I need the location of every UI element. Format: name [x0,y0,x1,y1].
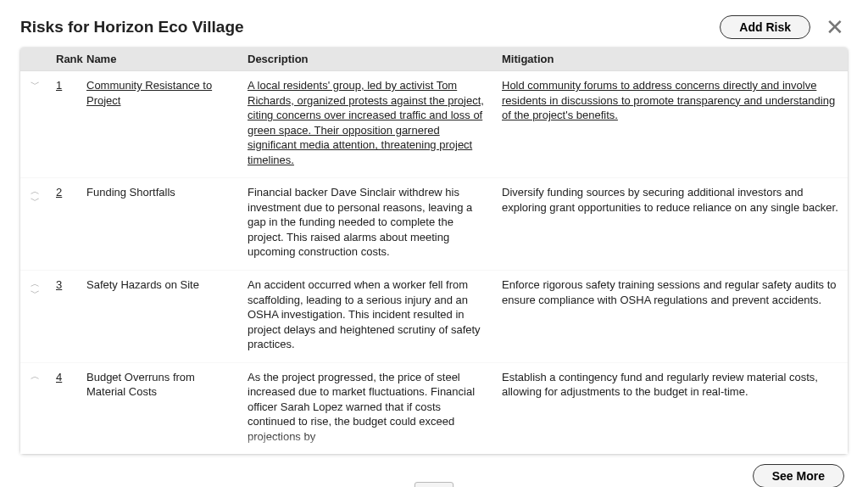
rank-down-icon[interactable]: ﹀ [31,288,40,298]
risks-table: Rank Name Description Mitigation ﹀1Commu… [20,48,848,454]
risk-description: As the project progressed, the price of … [248,371,475,443]
scroll-up-button[interactable]: ︿ [415,482,453,487]
see-more-button[interactable]: See More [753,464,844,487]
risk-name[interactable]: Budget Overruns from Material Costs [86,371,195,399]
table-row: ︿﹀3Safety Hazards on SiteAn accident occ… [20,271,848,363]
col-mitigation: Mitigation [495,48,848,71]
rank-value[interactable]: 3 [56,278,62,291]
rank-down-icon[interactable]: ﹀ [31,80,40,89]
risk-description: A local residents' group, led by activis… [248,79,484,166]
col-rank: Rank [49,48,80,71]
table-row: ︿﹀2Funding ShortfallsFinancial backer Da… [20,178,848,271]
col-description: Description [241,48,495,71]
close-icon[interactable]: ✕ [822,16,848,38]
risk-name[interactable]: Community Resistance to Project [86,79,212,107]
table-row: ︿4Budget Overruns from Material CostsAs … [20,362,848,454]
risk-description: Financial backer Dave Sinclair withdrew … [248,186,472,258]
risk-name[interactable]: Funding Shortfalls [86,186,175,199]
rank-value[interactable]: 1 [56,79,62,92]
page-title: Risks for Horizon Eco Village [20,18,244,36]
col-name: Name [80,48,241,71]
risk-description: An accident occurred when a worker fell … [248,278,481,350]
rank-down-icon[interactable]: ﹀ [31,196,40,205]
risk-mitigation: Enforce rigorous safety training session… [502,278,837,306]
rank-up-icon[interactable]: ︿ [31,372,40,381]
add-risk-button[interactable]: Add Risk [720,15,810,39]
rank-value[interactable]: 2 [56,186,62,199]
risk-mitigation: Diversify funding sources by securing ad… [502,186,838,214]
table-row: ﹀1Community Resistance to ProjectA local… [20,71,848,178]
risk-mitigation: Hold community forums to address concern… [502,79,835,121]
rank-value[interactable]: 4 [56,371,62,383]
risk-mitigation: Establish a contingency fund and regular… [502,371,818,399]
risk-name[interactable]: Safety Hazards on Site [86,278,199,291]
